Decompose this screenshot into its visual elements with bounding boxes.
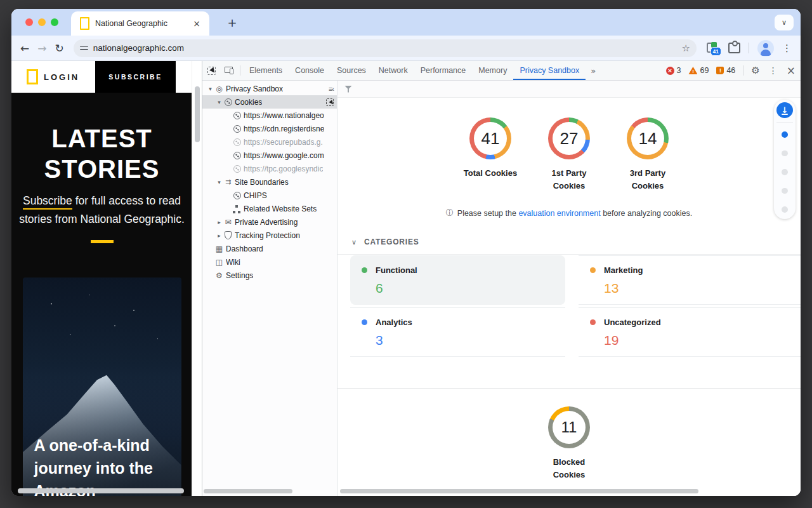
browser-menu-icon[interactable]: ⋮ [782,43,792,54]
devtools-tab-privacy-sandbox[interactable]: Privacy Sandbox [513,61,586,80]
extension-icon[interactable]: 41 [706,42,720,55]
headline-line1: LATEST [11,123,192,154]
issues-count: 46 [726,66,735,75]
page-vertical-scrollbar[interactable] [195,86,200,142]
zoom-window-button[interactable] [51,18,58,26]
close-window-button[interactable] [25,18,33,26]
devtools-tab-sources[interactable]: Sources [331,61,372,80]
errors-badge[interactable]: × 3 [666,66,681,75]
extensions-puzzle-icon[interactable] [728,43,740,53]
download-report-button[interactable]: ↓ [776,102,793,118]
tree-item-chips[interactable]: CHIPS [202,189,337,202]
tree-item-related-website-sets[interactable]: Related Website Sets [202,202,337,215]
devtools-tab-console[interactable]: Console [289,61,331,80]
stepper-dot-active[interactable] [782,131,788,138]
tree-item-private-advertising[interactable]: ▸Private Advertising [202,215,337,229]
minimize-window-button[interactable] [38,18,46,26]
donut-label: Total Cookies [461,167,520,180]
new-tab-button[interactable]: + [225,15,240,30]
subscribe-button[interactable]: SUBSCRIBE [95,61,176,93]
browser-tab[interactable]: National Geographic × [71,11,209,36]
tree-item-label: https://securepubads.g. [244,138,323,147]
tree-item-settings[interactable]: Settings [202,269,337,282]
tree-horizontal-scrollbar[interactable] [204,489,292,493]
stepper-dot[interactable] [782,206,788,213]
tree-item-cookies[interactable]: ▾Cookies [202,95,337,109]
devtools-settings-icon[interactable]: ⚙ [751,65,759,76]
category-card-uncategorized[interactable]: Uncategorized19 [579,307,801,357]
cookies-overview-donuts: 41Total Cookies271st Party Cookies143rd … [337,98,801,192]
donut-hole: 14 [631,122,664,155]
collapsed-arrow-icon[interactable]: ▸ [215,232,223,239]
report-horizontal-scrollbar[interactable] [340,489,698,493]
donut-hole: 27 [553,122,586,155]
categories-header[interactable]: ∨ CATEGORIES [337,237,801,246]
cookie-icon [232,164,242,173]
expanded-arrow-icon[interactable]: ▾ [206,86,214,92]
tree-item-label: Wiki [226,258,240,267]
extension-badge: 41 [710,47,721,56]
tree-item-site-boundaries[interactable]: ▾Site Boundaries [202,175,337,189]
evaluation-environment-link[interactable]: evaluation environment [518,209,600,218]
devtools-panel: ElementsConsoleSourcesNetworkPerformance… [202,61,801,496]
tree-item-privacy-sandbox[interactable]: ▾Privacy Sandbox [202,82,337,95]
address-bar[interactable]: nationalgeographic.com ☆ [74,39,697,57]
devtools-tab-network[interactable]: Network [372,61,414,80]
card-title-line1: A one-of-a-kind [34,434,154,457]
page-scrollbar-track [192,61,202,496]
device-toolbar-icon[interactable] [225,67,233,74]
devtools-tab-elements[interactable]: Elements [243,61,289,80]
donut-value: 27 [560,129,579,149]
collapse-panel-icon[interactable] [329,84,334,93]
stepper-dot[interactable] [782,169,788,175]
bookmark-star-icon[interactable]: ☆ [682,43,690,54]
login-button[interactable]: LOGIN [44,72,79,82]
tree-item-https-cdn-registerdisne[interactable]: https://cdn.registerdisne [202,122,337,135]
category-name: Uncategorized [604,318,661,327]
stepper-dot[interactable] [782,150,788,157]
profile-avatar[interactable] [757,40,774,57]
subscribe-link[interactable]: Subscribe [23,194,72,210]
page-horizontal-scrollbar[interactable] [18,488,184,493]
tree-item-https-securepubads-g[interactable]: https://securepubads.g. [202,135,337,149]
forward-button[interactable]: → [37,42,46,55]
devtools-close-icon[interactable]: × [787,64,796,77]
cookies-report: 41Total Cookies271st Party Cookies143rd … [337,98,801,496]
tree-item-https-www-google-com[interactable]: https://www.google.com [202,149,337,162]
inspect-element-icon[interactable] [207,67,216,75]
tree-item-https-tpc-googlesyndic[interactable]: https://tpc.googlesyndic [202,162,337,175]
reload-button[interactable]: ↻ [55,42,64,55]
privacy-sandbox-tree: ▾Privacy Sandbox▾Cookieshttps://www.nati… [202,81,337,496]
category-card-functional[interactable]: Functional6 [350,255,565,305]
story-card[interactable]: A one-of-a-kind journey into the Amazon [23,277,181,496]
expanded-arrow-icon[interactable]: ▾ [215,99,223,105]
tree-item-label: https://cdn.registerdisne [244,124,324,133]
tree-item-https-www-nationalgeo[interactable]: https://www.nationalgeo [202,109,337,122]
warnings-badge[interactable]: 69 [688,66,709,75]
expanded-arrow-icon[interactable]: ▾ [215,179,223,185]
filter-funnel-icon[interactable] [344,86,352,93]
collapsed-arrow-icon[interactable]: ▸ [215,219,223,225]
issues-badge[interactable]: ! 46 [716,66,735,75]
tree-item-tracking-protection[interactable]: ▸Tracking Protection [202,229,337,242]
devtools-tab-performance[interactable]: Performance [414,61,473,80]
inspect-small-icon[interactable] [326,98,334,106]
more-tabs-button[interactable]: » [586,66,601,76]
stepper-dot[interactable] [782,188,788,194]
tab-search-chevron-button[interactable]: ∨ [775,15,794,30]
tracking-protection-icon [223,231,233,240]
site-info-icon[interactable] [80,44,88,52]
tree-item-dashboard[interactable]: Dashboard [202,242,337,255]
natgeo-logo[interactable] [27,69,38,84]
devtools-tab-memory[interactable]: Memory [472,61,513,80]
tree-item-wiki[interactable]: Wiki [202,255,337,269]
dashboard-icon [214,244,224,253]
category-card-analytics[interactable]: Analytics3 [350,307,565,357]
category-card-marketing[interactable]: Marketing13 [579,255,801,305]
back-button[interactable]: ← [20,42,29,55]
category-name: Marketing [604,265,643,275]
tab-close-icon[interactable]: × [190,18,203,29]
toolbar-divider [749,43,749,53]
devtools-menu-icon[interactable]: ⋮ [769,65,778,76]
category-value: 19 [604,333,801,348]
